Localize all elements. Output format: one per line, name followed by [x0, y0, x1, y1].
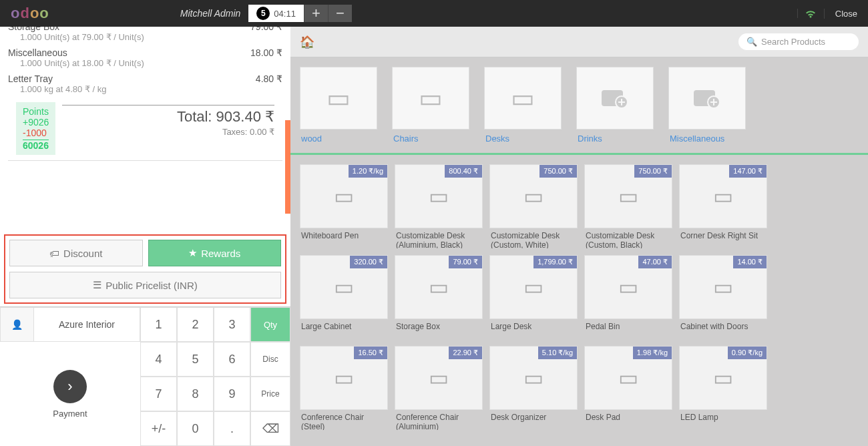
- product-label: Customizable Desk (Custom, Black): [584, 228, 672, 248]
- product-card[interactable]: ▭ 320.00 ₹ Large Cabinet: [300, 255, 388, 339]
- product-image: ▭ 0.90 ₹/kg: [679, 346, 767, 410]
- numpad-9[interactable]: 9: [214, 377, 250, 411]
- product-image: ▭ 14.00 ₹: [679, 255, 767, 319]
- product-card[interactable]: ▭ 147.00 ₹ Corner Desk Right Sit: [679, 164, 767, 248]
- product-label: Large Desk: [489, 319, 578, 339]
- category-image: [668, 67, 746, 130]
- product-card[interactable]: ▭ 5.10 ₹/kg Desk Organizer: [489, 346, 578, 430]
- category-image: ▭: [484, 67, 562, 130]
- product-card[interactable]: ▭ 800.40 ₹ Customizable Desk (Aluminium,…: [395, 164, 483, 248]
- product-label: Corner Desk Right Sit: [679, 228, 767, 248]
- numpad-5[interactable]: 5: [177, 342, 214, 377]
- product-card[interactable]: ▭ 22.90 ₹ Conference Chair (Aluminium): [395, 346, 483, 430]
- price-tag: 1.20 ₹/kg: [349, 165, 387, 178]
- price-tag: 22.90 ₹: [449, 347, 482, 359]
- order-line-name[interactable]: Miscellaneous: [8, 47, 67, 58]
- price-tag: 79.00 ₹: [449, 256, 482, 268]
- category-image: ▭: [300, 67, 377, 130]
- points-label: Points: [23, 106, 49, 117]
- product-card[interactable]: ▭ 1,799.00 ₹ Large Desk: [489, 255, 578, 339]
- product-label: Cabinet with Doors: [679, 319, 767, 339]
- product-image: ▭ 16.50 ₹: [300, 346, 388, 410]
- order-line-name[interactable]: Letter Tray: [8, 73, 53, 84]
- category-miscellaneous[interactable]: Miscellaneous: [668, 67, 746, 144]
- close-button[interactable]: Close: [824, 9, 868, 19]
- product-label: Customizable Desk (Custom, White): [489, 228, 578, 248]
- product-label: Pedal Bin: [584, 319, 672, 339]
- payment-button[interactable]: › Payment: [0, 342, 140, 446]
- price-mode-button[interactable]: Price: [250, 377, 290, 411]
- numpad-backspace[interactable]: ⌫: [250, 411, 290, 446]
- scroll-indicator[interactable]: [285, 120, 290, 214]
- search-icon: 🔍: [746, 37, 757, 47]
- price-tag: 16.50 ₹: [354, 347, 387, 359]
- product-label: Desk Pad: [584, 410, 672, 430]
- numpad-6[interactable]: 6: [214, 342, 250, 377]
- qty-mode-button[interactable]: Qty: [250, 307, 290, 342]
- category-drinks[interactable]: Drinks: [576, 67, 654, 144]
- customer-button[interactable]: 👤 Azure Interior: [0, 307, 140, 342]
- price-tag: 320.00 ₹: [350, 256, 387, 268]
- order-line-sub: 1.000 kg at 4.80 ₹ / kg: [8, 84, 282, 94]
- points-total: 60026: [23, 140, 49, 151]
- product-image: ▭ 750.00 ₹: [584, 164, 672, 228]
- numpad-3[interactable]: 3: [214, 307, 250, 342]
- pricelist-button[interactable]: ☰ Public Pricelist (INR): [9, 272, 281, 298]
- numpad-0[interactable]: 0: [177, 411, 214, 446]
- product-label: Desk Organizer: [489, 410, 578, 430]
- category-chairs[interactable]: ▭ Chairs: [392, 67, 469, 144]
- discount-button[interactable]: 🏷 Discount: [9, 240, 143, 266]
- order-pane: Storage Box 79.00 ₹ 1.000 Unit(s) at 79.…: [0, 27, 290, 446]
- odoo-logo: odoo: [0, 5, 60, 22]
- product-card[interactable]: ▭ 750.00 ₹ Customizable Desk (Custom, Wh…: [489, 164, 578, 248]
- numpad-1[interactable]: 1: [140, 307, 177, 342]
- product-label: Whiteboard Pen: [300, 228, 388, 248]
- product-label: Customizable Desk (Aluminium, Black): [395, 228, 483, 248]
- numpad-8[interactable]: 8: [177, 377, 214, 411]
- category-desks[interactable]: ▭ Desks: [484, 67, 562, 144]
- list-icon: ☰: [93, 279, 101, 291]
- category-wood[interactable]: ▭ wood: [300, 67, 377, 144]
- price-tag: 750.00 ₹: [539, 165, 577, 178]
- numpad-sign[interactable]: +/-: [140, 411, 177, 446]
- category-image: [576, 67, 654, 130]
- points-minus: -1000: [23, 128, 49, 140]
- numpad-dot[interactable]: .: [214, 411, 250, 446]
- loyalty-points-box: Points +9026 -1000 60026: [16, 102, 55, 155]
- product-card[interactable]: ▭ 0.90 ₹/kg LED Lamp: [679, 346, 767, 430]
- order-line-sub: 1.000 Unit(s) at 18.00 ₹ / Unit(s): [8, 58, 282, 68]
- numpad-7[interactable]: 7: [140, 377, 177, 411]
- numpad-4[interactable]: 4: [140, 342, 177, 377]
- tab-time: 04:11: [274, 9, 296, 19]
- product-label: Conference Chair (Aluminium): [395, 410, 483, 430]
- search-input[interactable]: 🔍 Search Products: [738, 33, 859, 50]
- product-label: Conference Chair (Steel): [300, 410, 388, 430]
- category-label: Drinks: [576, 130, 654, 144]
- remove-tab-button[interactable]: −: [328, 5, 352, 22]
- product-image: ▭ 800.40 ₹: [395, 164, 483, 228]
- order-line-price: 79.00 ₹: [250, 27, 282, 32]
- product-card[interactable]: ▭ 14.00 ₹ Cabinet with Doors: [679, 255, 767, 339]
- user-label[interactable]: Mitchell Admin: [180, 8, 249, 19]
- product-card[interactable]: ▭ 1.20 ₹/kg Whiteboard Pen: [300, 164, 388, 248]
- product-card[interactable]: ▭ 16.50 ₹ Conference Chair (Steel): [300, 346, 388, 430]
- order-line-name[interactable]: Storage Box: [8, 27, 59, 32]
- home-icon[interactable]: 🏠: [300, 35, 314, 49]
- category-image: ▭: [392, 67, 469, 130]
- price-tag: 1,799.00 ₹: [533, 256, 577, 268]
- add-tab-button[interactable]: +: [304, 5, 328, 22]
- order-tab[interactable]: 5 04:11: [248, 5, 304, 22]
- control-buttons-highlight: 🏷 Discount ★ Rewards ☰ Public Pricelist …: [4, 234, 286, 304]
- product-card[interactable]: ▭ 750.00 ₹ Customizable Desk (Custom, Bl…: [584, 164, 672, 248]
- product-image: ▭ 5.10 ₹/kg: [489, 346, 578, 410]
- product-card[interactable]: ▭ 79.00 ₹ Storage Box: [395, 255, 483, 339]
- wifi-icon: [797, 9, 824, 18]
- product-image: ▭ 1,799.00 ₹: [489, 255, 578, 319]
- product-card[interactable]: ▭ 1.98 ₹/kg Desk Pad: [584, 346, 672, 430]
- product-image: ▭ 47.00 ₹: [584, 255, 672, 319]
- product-image: ▭ 320.00 ₹: [300, 255, 388, 319]
- product-card[interactable]: ▭ 47.00 ₹ Pedal Bin: [584, 255, 672, 339]
- numpad-2[interactable]: 2: [177, 307, 214, 342]
- rewards-button[interactable]: ★ Rewards: [148, 240, 282, 266]
- disc-mode-button[interactable]: Disc: [250, 342, 290, 377]
